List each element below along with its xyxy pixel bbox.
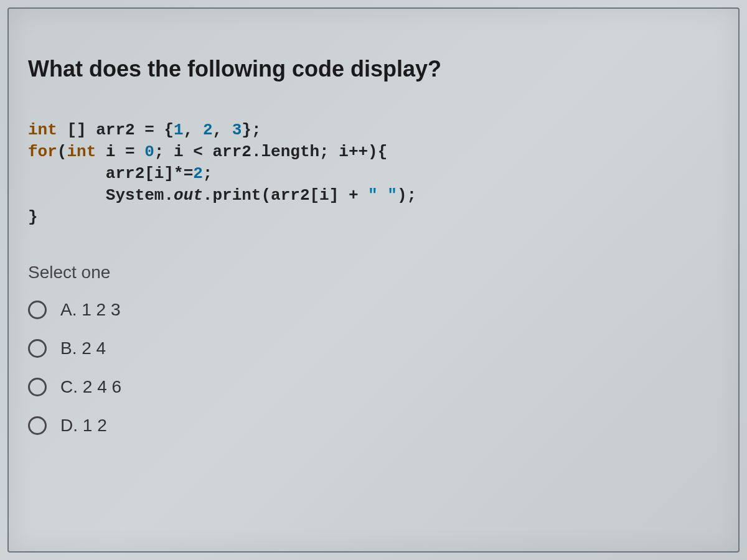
options-group: A. 1 2 3 B. 2 4 C. 2 4 6 D. 1 2 xyxy=(28,300,719,436)
option-d[interactable]: D. 1 2 xyxy=(28,416,719,436)
code-token: i = xyxy=(96,142,144,161)
option-a[interactable]: A. 1 2 3 xyxy=(28,300,719,320)
code-token: int xyxy=(67,142,96,161)
option-label: A. 1 2 3 xyxy=(60,300,121,320)
code-token: ; xyxy=(203,164,213,183)
code-token: .print(arr2[i] + xyxy=(203,186,368,205)
option-label: C. 2 4 6 xyxy=(60,377,121,397)
radio-icon xyxy=(28,378,47,396)
code-token: 2 xyxy=(193,164,203,183)
code-token: 0 xyxy=(144,142,154,161)
code-token: 2 xyxy=(203,121,213,139)
code-token: , xyxy=(212,121,232,139)
code-token: ; i < arr2.length; i++){ xyxy=(154,142,387,161)
radio-icon xyxy=(28,416,47,435)
code-token: }; xyxy=(242,121,261,139)
code-block: int [] arr2 = {1, 2, 3}; for(int i = 0; … xyxy=(28,119,719,228)
option-b[interactable]: B. 2 4 xyxy=(28,338,719,358)
code-token: ); xyxy=(397,186,416,205)
radio-icon xyxy=(28,339,47,358)
code-token: , xyxy=(184,121,203,139)
code-token: for xyxy=(28,142,57,161)
code-token: " " xyxy=(368,186,397,205)
code-token: ( xyxy=(57,142,67,161)
code-token: int xyxy=(28,121,57,139)
option-label: D. 1 2 xyxy=(60,416,107,436)
code-token: arr2[i]*= xyxy=(28,164,193,183)
option-label: B. 2 4 xyxy=(60,338,106,358)
code-token: } xyxy=(28,208,38,226)
code-token: 1 xyxy=(174,121,184,139)
question-title: What does the following code display? xyxy=(28,56,719,82)
code-token: out xyxy=(174,186,203,205)
code-token: 3 xyxy=(232,121,242,139)
select-one-label: Select one xyxy=(28,263,719,282)
radio-icon xyxy=(28,301,47,319)
option-c[interactable]: C. 2 4 6 xyxy=(28,377,719,397)
code-token: System. xyxy=(28,186,174,205)
code-token: [] arr2 = { xyxy=(57,121,174,139)
